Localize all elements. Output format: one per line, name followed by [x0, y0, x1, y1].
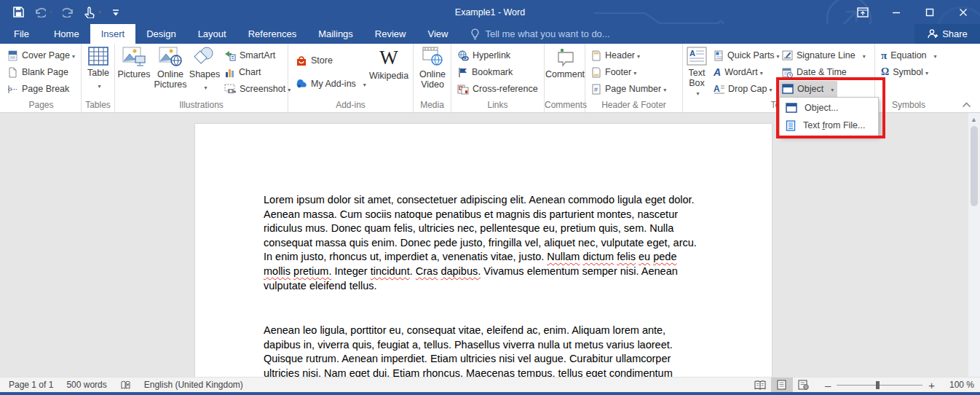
misspelled-word[interactable]: pede — [653, 251, 676, 262]
cross-reference-icon — [457, 84, 469, 95]
footer-button[interactable]: Footer — [588, 64, 639, 80]
blank-page-button[interactable]: Blank Page — [4, 64, 71, 80]
table-button[interactable]: Table — [84, 47, 113, 92]
print-layout-icon — [777, 380, 786, 390]
share-label: Share — [942, 28, 968, 39]
misspelled-word[interactable]: dapibus. — [440, 265, 481, 277]
quick-parts-button[interactable]: Quick Parts — [711, 47, 783, 63]
page-indicator[interactable]: Page 1 of 1 — [0, 380, 60, 390]
page-number-button[interactable]: # Page Number — [588, 81, 669, 97]
store-icon — [296, 55, 307, 66]
maximize-button[interactable] — [913, 0, 947, 24]
undo-button[interactable] — [34, 7, 52, 17]
proofing-icon — [120, 380, 131, 390]
group-pages: Cover Page Blank Page Page Break Pages — [1, 44, 82, 112]
language-indicator[interactable]: English (United Kingdom) — [138, 380, 250, 390]
word-window: Example1 - Word — [0, 0, 980, 395]
undo-dropdown-icon — [47, 9, 52, 15]
misspelled-word[interactable]: Cras — [416, 265, 438, 277]
tab-home[interactable]: Home — [43, 24, 90, 44]
web-layout-button[interactable] — [793, 378, 815, 392]
zoom-in-button[interactable]: + — [928, 379, 935, 391]
tab-design[interactable]: Design — [135, 24, 186, 44]
object-button[interactable]: Object — [779, 81, 837, 97]
tab-file[interactable]: File — [0, 24, 43, 44]
screenshot-button[interactable]: Screenshot — [221, 81, 293, 97]
tell-me-box[interactable]: Tell me what you want to do... — [470, 24, 609, 44]
close-button[interactable] — [947, 0, 980, 24]
wikipedia-button[interactable]: W Wikipedia — [367, 47, 411, 81]
web-layout-icon — [798, 380, 809, 390]
text-box-button[interactable]: A Text Box — [683, 47, 711, 99]
my-addins-icon — [296, 79, 307, 90]
online-video-button[interactable]: Online Video — [415, 47, 450, 90]
tab-insert[interactable]: Insert — [90, 24, 136, 44]
wordart-button[interactable]: A WordArt — [711, 64, 766, 80]
ribbon-display-options-button[interactable] — [846, 0, 880, 24]
hyperlink-button[interactable]: Hyperlink — [454, 47, 513, 63]
misspelled-word[interactable]: tincidunt — [371, 265, 410, 277]
read-mode-button[interactable] — [749, 378, 771, 392]
chart-button[interactable]: Chart — [221, 64, 264, 80]
tab-references[interactable]: References — [237, 24, 307, 44]
document-text: Lorem ipsum dolor sit amet, consectetuer… — [264, 193, 705, 395]
my-addins-button[interactable]: My Add-ins — [293, 76, 369, 92]
touch-mouse-mode-button[interactable] — [84, 7, 101, 18]
tab-mailings[interactable]: Mailings — [307, 24, 364, 44]
store-button[interactable]: Store — [293, 52, 336, 69]
svg-text:#: # — [594, 86, 598, 93]
header-button[interactable]: Header — [588, 47, 643, 63]
drop-cap-button[interactable]: A Drop Cap — [711, 81, 775, 97]
zoom-slider-thumb[interactable] — [876, 381, 880, 389]
smartart-button[interactable]: SmartArt — [221, 47, 278, 63]
zoom-level[interactable]: 100 % — [941, 380, 974, 390]
zoom-out-button[interactable]: – — [825, 379, 831, 391]
cover-page-button[interactable]: Cover Page — [4, 47, 78, 63]
window-title: Example1 - Word — [0, 0, 980, 24]
online-pictures-button[interactable]: Online Pictures — [153, 47, 188, 90]
zoom-slider[interactable] — [837, 385, 922, 386]
word-count[interactable]: 500 words — [60, 380, 113, 390]
tab-view[interactable]: View — [416, 24, 459, 44]
paragraph[interactable]: Lorem ipsum dolor sit amet, consectetuer… — [264, 193, 705, 293]
document-page[interactable]: Lorem ipsum dolor sit amet, consectetuer… — [195, 124, 772, 386]
group-label-media: Media — [414, 100, 451, 110]
vertical-scrollbar[interactable]: ▲ — [968, 113, 980, 377]
print-layout-button[interactable] — [771, 378, 793, 392]
misspelled-word[interactable]: mollis — [264, 265, 291, 277]
tab-layout[interactable]: Layout — [187, 24, 237, 44]
scrollbar-up-icon[interactable]: ▲ — [971, 116, 977, 123]
table-dropdown-icon — [95, 80, 100, 92]
customize-qat-button[interactable] — [111, 8, 120, 17]
tab-review[interactable]: Review — [364, 24, 417, 44]
chart-icon — [224, 67, 235, 78]
page-break-button[interactable]: Page Break — [4, 81, 72, 97]
scrollbar-thumb[interactable] — [971, 126, 978, 206]
collapse-ribbon-button[interactable] — [962, 102, 971, 108]
misspelled-word[interactable]: eu — [639, 251, 650, 262]
pictures-button[interactable]: Pictures — [116, 47, 151, 79]
undo-icon — [34, 7, 46, 17]
symbol-button[interactable]: Ω Symbol — [878, 64, 931, 80]
shapes-button[interactable]: Shapes — [189, 47, 220, 93]
window-controls — [846, 0, 980, 24]
save-button[interactable] — [13, 7, 24, 17]
proofing-status-button[interactable] — [114, 380, 138, 390]
share-button[interactable]: Share — [914, 24, 980, 44]
equation-button[interactable]: π Equation — [878, 47, 940, 63]
misspelled-word[interactable]: Nullam — [547, 251, 580, 262]
signature-line-button[interactable]: Signature Line — [779, 47, 869, 63]
redo-button[interactable] — [63, 7, 74, 17]
misspelled-word[interactable]: felis — [617, 251, 636, 262]
minimize-button[interactable] — [880, 0, 913, 24]
menu-item-text-from-file[interactable]: Text from File... — [780, 117, 878, 134]
comment-button[interactable]: Comment — [548, 47, 582, 79]
misspelled-word[interactable]: dictum — [582, 251, 614, 262]
hyperlink-label: Hyperlink — [473, 50, 510, 60]
misspelled-word[interactable]: pretium. — [293, 265, 331, 277]
cross-reference-button[interactable]: Cross-reference — [454, 81, 541, 97]
menu-item-object[interactable]: Object... — [780, 99, 878, 117]
bookmark-button[interactable]: Bookmark — [454, 64, 515, 80]
date-time-button[interactable]: Date & Time — [779, 64, 850, 80]
shapes-dropdown-icon — [202, 82, 207, 93]
